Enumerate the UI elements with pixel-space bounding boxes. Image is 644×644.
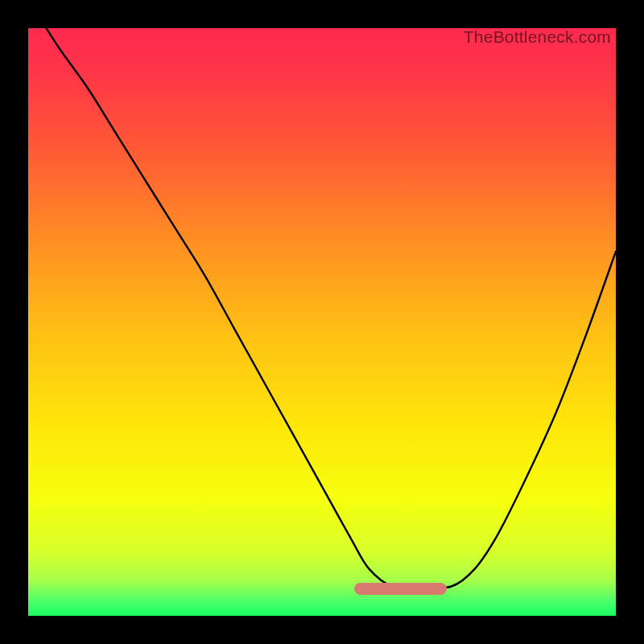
watermark: TheBottleneck.com: [464, 28, 611, 47]
chart-frame: TheBottleneck.com: [0, 0, 644, 644]
optimal-range-highlight: [354, 583, 447, 595]
plot-area: TheBottleneck.com: [28, 28, 616, 616]
bottleneck-curve: [28, 28, 616, 616]
